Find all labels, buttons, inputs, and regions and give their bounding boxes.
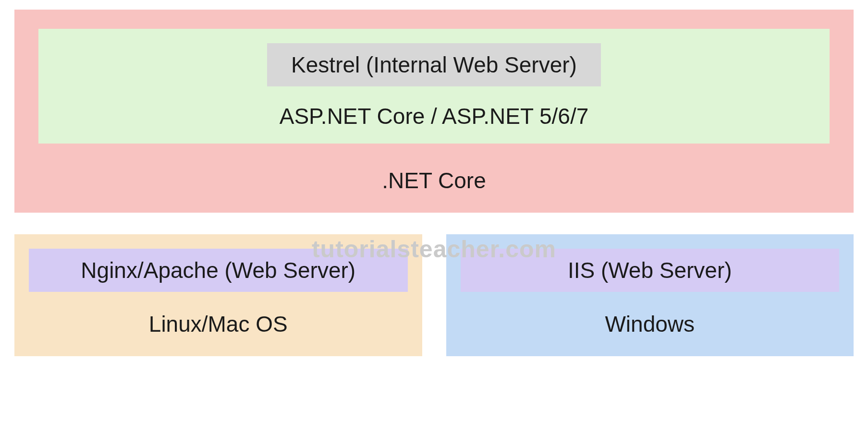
windows-os-label: Windows	[461, 311, 840, 337]
linux-layer: Nginx/Apache (Web Server) Linux/Mac OS	[14, 234, 422, 356]
aspnet-layer: Kestrel (Internal Web Server) ASP.NET Co…	[38, 29, 830, 144]
nginx-apache-label: Nginx/Apache (Web Server)	[81, 258, 355, 283]
netcore-layer: Kestrel (Internal Web Server) ASP.NET Co…	[14, 10, 854, 213]
nginx-apache-layer: Nginx/Apache (Web Server)	[29, 249, 408, 292]
kestrel-layer: Kestrel (Internal Web Server)	[267, 43, 601, 86]
iis-label: IIS (Web Server)	[568, 258, 732, 283]
kestrel-label: Kestrel (Internal Web Server)	[291, 52, 577, 77]
netcore-label: .NET Core	[38, 168, 830, 193]
windows-layer: IIS (Web Server) Windows	[446, 234, 854, 356]
os-row: Nginx/Apache (Web Server) Linux/Mac OS I…	[14, 234, 854, 356]
aspnet-label: ASP.NET Core / ASP.NET 5/6/7	[62, 103, 806, 129]
linux-os-label: Linux/Mac OS	[29, 311, 408, 337]
iis-layer: IIS (Web Server)	[461, 249, 840, 292]
